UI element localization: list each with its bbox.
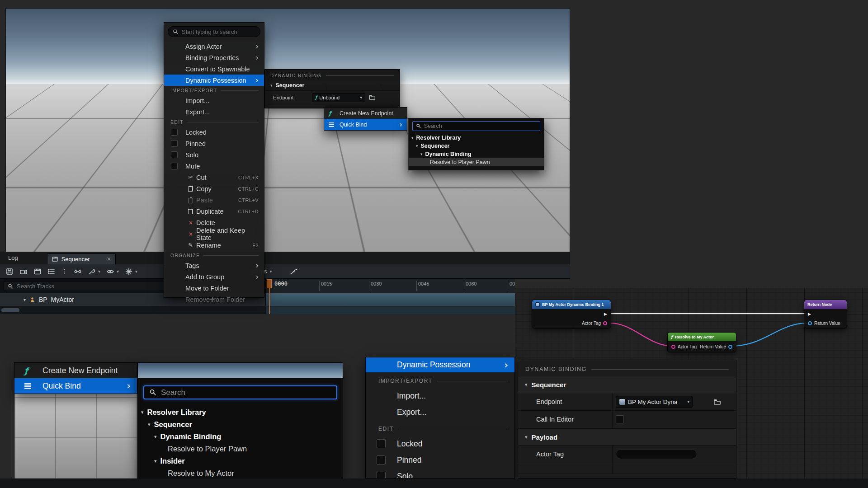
menu-item-convert-to-spawnable[interactable]: Convert to Spawnable bbox=[164, 63, 264, 75]
menu-item-dynamic-possession[interactable]: Dynamic Possession › bbox=[366, 357, 514, 372]
menu-item-import[interactable]: Import... bbox=[366, 388, 514, 404]
link-icon[interactable] bbox=[74, 267, 82, 276]
menu-item-locked[interactable]: Locked bbox=[164, 127, 264, 138]
curve-editor-icon[interactable] bbox=[290, 267, 298, 276]
render-movie-icon[interactable] bbox=[33, 267, 42, 276]
menu-section-edit: EDIT bbox=[366, 422, 514, 436]
browse-icon[interactable] bbox=[713, 398, 721, 406]
tree-item-resolve-to-my-actor[interactable]: Resolve to My Actor bbox=[138, 467, 343, 479]
exec-output-pin[interactable]: ▶ bbox=[604, 312, 607, 316]
menu-item-duplicate[interactable]: DuplicateCTRL+D bbox=[164, 206, 264, 217]
sequencer-section-row[interactable]: ▾ Sequencer bbox=[518, 376, 736, 393]
wrench-icon[interactable] bbox=[88, 267, 96, 276]
menu-item-copy[interactable]: CopyCTRL+C bbox=[164, 183, 264, 194]
quick-bind-icon bbox=[329, 122, 334, 123]
tree-item-dynamic-binding[interactable]: ▾Dynamic Binding bbox=[409, 150, 544, 158]
browse-icon[interactable] bbox=[369, 94, 376, 101]
menu-item-tags[interactable]: Tags› bbox=[164, 260, 264, 271]
checkbox[interactable] bbox=[171, 163, 178, 169]
menu-item-export[interactable]: Export... bbox=[164, 106, 264, 117]
quick-bind-search-box[interactable] bbox=[412, 121, 540, 131]
menu-search-input[interactable] bbox=[182, 28, 255, 35]
sequencer-section-row[interactable]: ▾ Sequencer bbox=[265, 80, 400, 90]
tree-item-resolve-to-player-pawn[interactable]: Resolve to Player Pawn bbox=[409, 158, 544, 166]
menu-item-cut[interactable]: ✂CutCTRL+X bbox=[164, 172, 264, 183]
tree-item-resolve-to-player-pawn[interactable]: Resolve to Player Pawn bbox=[138, 443, 343, 455]
menu-item-locked[interactable]: Locked bbox=[366, 436, 514, 452]
node-bp-my-actor-dynamic-binding[interactable]: BP My Actor Dynamic Binding 1 ▶ Actor Ta… bbox=[532, 300, 611, 328]
menu-item-import[interactable]: Import... bbox=[164, 95, 264, 106]
menu-item-remove-from-folder[interactable]: Remove from Folder bbox=[164, 294, 264, 305]
track-lane[interactable] bbox=[266, 293, 515, 306]
endpoint-combobox[interactable]: BP My Actor Dyna ▾ bbox=[616, 396, 693, 408]
payload-section-row[interactable]: ▾ Payload bbox=[518, 428, 736, 446]
exec-input-pin[interactable]: ▶ bbox=[808, 312, 811, 316]
menu-item-rename[interactable]: ✎RenameF2 bbox=[164, 239, 264, 251]
checkbox[interactable] bbox=[171, 140, 178, 147]
menu-item-mute[interactable]: Mute bbox=[164, 160, 264, 172]
node-title: Return Node bbox=[807, 302, 832, 307]
menu-item-create-new-endpoint[interactable]: ƒ Create New Endpoint bbox=[324, 108, 407, 119]
actor-tag-input[interactable] bbox=[616, 449, 697, 459]
camera-icon[interactable] bbox=[19, 267, 28, 276]
menu-item-quick-bind[interactable]: Quick Bind › bbox=[14, 378, 137, 394]
menu-item-binding-properties[interactable]: Binding Properties› bbox=[164, 52, 264, 63]
tree-item-dynamic-binding[interactable]: ▾Dynamic Binding bbox=[138, 431, 343, 443]
save-icon[interactable] bbox=[5, 267, 14, 276]
actor-tag-output-pin[interactable] bbox=[603, 321, 607, 325]
menu-item-add-to-group[interactable]: Add to Group› bbox=[164, 271, 264, 282]
tab-sequencer[interactable]: Sequencer × bbox=[47, 253, 116, 264]
node-resolve-to-my-actor[interactable]: ƒ Resolve to My Actor Actor Tag Return V… bbox=[667, 332, 736, 352]
timeline-ruler[interactable]: 0015 0030 0045 0060 00 bbox=[266, 279, 515, 293]
playhead-marker[interactable] bbox=[267, 279, 272, 288]
menu-item-quick-bind[interactable]: Quick Bind › bbox=[324, 119, 407, 130]
endpoint-label: Endpoint bbox=[518, 398, 612, 405]
tree-item-sequencer[interactable]: ▾Sequencer bbox=[409, 142, 544, 150]
quick-bind-search-input[interactable] bbox=[424, 123, 537, 129]
zoom-search-input[interactable] bbox=[161, 388, 331, 397]
eye-icon[interactable] bbox=[106, 267, 114, 276]
actor-tag-input-pin[interactable] bbox=[671, 345, 675, 349]
tree-item-insider[interactable]: ▾Insider bbox=[138, 455, 343, 467]
menu-item-assign-actor[interactable]: Assign Actor› bbox=[164, 41, 264, 52]
checkbox[interactable] bbox=[171, 129, 178, 136]
paste-icon bbox=[189, 198, 193, 203]
scrollbar-handle[interactable] bbox=[1, 308, 19, 312]
menu-item-solo[interactable]: Solo bbox=[164, 149, 264, 160]
playback-options-icon[interactable] bbox=[125, 267, 133, 276]
endpoint-combobox[interactable]: ƒ Unbound ▾ bbox=[312, 93, 365, 102]
tree-item-sequencer[interactable]: ▾Sequencer bbox=[138, 418, 343, 431]
tree-item-resolver-library[interactable]: ▾Resolver Library bbox=[138, 406, 343, 418]
zoom-search-box[interactable] bbox=[143, 385, 337, 399]
submenu-arrow-icon: › bbox=[256, 273, 259, 281]
return-value-input-pin[interactable] bbox=[808, 321, 812, 325]
zoom-viewport-sky bbox=[138, 363, 343, 378]
checkbox[interactable] bbox=[377, 455, 386, 465]
checkbox[interactable] bbox=[377, 472, 386, 479]
function-icon: ƒ bbox=[671, 335, 673, 339]
panel-title: DYNAMIC BINDING bbox=[518, 360, 736, 376]
lane-overview bbox=[266, 306, 515, 314]
tree-item-resolver-library[interactable]: ▾Resolver Library bbox=[409, 134, 544, 142]
checkbox[interactable] bbox=[377, 439, 386, 448]
checkbox[interactable] bbox=[171, 151, 178, 158]
call-in-editor-checkbox[interactable] bbox=[616, 415, 624, 423]
menu-item-move-to-folder[interactable]: Move to Folder bbox=[164, 282, 264, 294]
menu-item-dynamic-possession[interactable]: Dynamic Possession› bbox=[164, 75, 264, 86]
menu-search-box[interactable] bbox=[168, 26, 260, 37]
menu-item-pinned[interactable]: Pinned bbox=[366, 452, 514, 468]
list-icon[interactable] bbox=[47, 267, 56, 276]
menu-item-delete-keep-state[interactable]: ×Delete and Keep State bbox=[164, 228, 264, 239]
tab-log[interactable]: Log bbox=[0, 254, 26, 261]
section-caret-icon: ▾ bbox=[525, 382, 528, 388]
track-expand-caret-icon[interactable]: ▾ bbox=[24, 297, 26, 302]
menu-item-pinned[interactable]: Pinned bbox=[164, 138, 264, 149]
menu-item-create-new-endpoint[interactable]: ƒ Create New Endpoint bbox=[14, 363, 137, 378]
menu-item-export[interactable]: Export... bbox=[366, 404, 514, 420]
kebab-menu-icon[interactable]: ⋮ bbox=[61, 268, 68, 275]
menu-item-solo[interactable]: Solo bbox=[366, 468, 514, 479]
node-return-node[interactable]: Return Node ▶ Return Value bbox=[804, 300, 847, 328]
return-value-output-pin[interactable] bbox=[728, 345, 732, 349]
tab-close-icon[interactable]: × bbox=[107, 256, 111, 262]
menu-item-paste[interactable]: PasteCTRL+V bbox=[164, 194, 264, 206]
